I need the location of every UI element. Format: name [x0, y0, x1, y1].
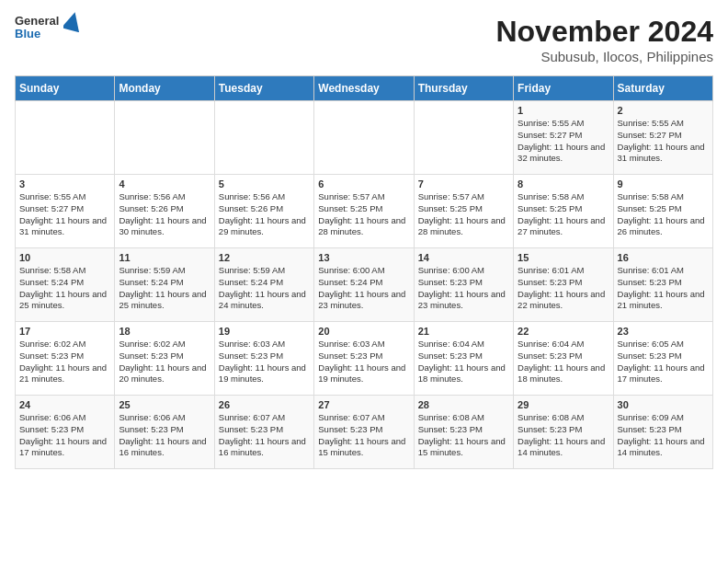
day-info: Sunrise: 5:56 AM Sunset: 5:26 PM Dayligh… — [119, 191, 210, 238]
day-info: Sunrise: 6:04 AM Sunset: 5:23 PM Dayligh… — [418, 339, 509, 385]
logo: General Blue — [15, 15, 82, 41]
calendar-cell: 27Sunrise: 6:07 AM Sunset: 5:23 PM Dayli… — [314, 396, 414, 469]
day-number: 22 — [518, 326, 609, 337]
day-number: 7 — [418, 178, 509, 190]
calendar-cell — [214, 101, 313, 175]
calendar-week-row: 3Sunrise: 5:55 AM Sunset: 5:27 PM Daylig… — [16, 175, 713, 248]
day-number: 2 — [618, 105, 709, 116]
day-number: 26 — [219, 399, 310, 410]
calendar-cell — [16, 101, 115, 175]
day-number: 18 — [119, 326, 210, 337]
calendar-cell: 12Sunrise: 5:59 AM Sunset: 5:24 PM Dayli… — [214, 248, 313, 322]
day-info: Sunrise: 5:59 AM Sunset: 5:24 PM Dayligh… — [219, 265, 310, 312]
calendar-cell: 25Sunrise: 6:06 AM Sunset: 5:23 PM Dayli… — [115, 396, 214, 469]
calendar-table: SundayMondayTuesdayWednesdayThursdayFrid… — [15, 75, 713, 469]
day-info: Sunrise: 6:03 AM Sunset: 5:23 PM Dayligh… — [318, 339, 409, 385]
day-number: 20 — [318, 326, 409, 337]
calendar-cell: 3Sunrise: 5:55 AM Sunset: 5:27 PM Daylig… — [16, 175, 115, 248]
day-info: Sunrise: 5:55 AM Sunset: 5:27 PM Dayligh… — [19, 191, 110, 238]
title-block: November 2024 Subusub, Ilocos, Philippin… — [495, 15, 713, 64]
day-info: Sunrise: 5:55 AM Sunset: 5:27 PM Dayligh… — [618, 118, 709, 165]
day-info: Sunrise: 6:07 AM Sunset: 5:23 PM Dayligh… — [318, 412, 409, 459]
day-header-saturday: Saturday — [613, 76, 712, 101]
day-number: 30 — [618, 399, 709, 410]
calendar-cell — [115, 101, 214, 175]
day-number: 10 — [19, 252, 110, 263]
day-info: Sunrise: 6:06 AM Sunset: 5:23 PM Dayligh… — [19, 412, 110, 459]
calendar-cell: 6Sunrise: 5:57 AM Sunset: 5:25 PM Daylig… — [314, 175, 414, 248]
day-info: Sunrise: 6:08 AM Sunset: 5:23 PM Dayligh… — [518, 412, 609, 459]
calendar-cell: 23Sunrise: 6:05 AM Sunset: 5:23 PM Dayli… — [613, 322, 712, 396]
day-number: 11 — [119, 252, 210, 263]
day-header-tuesday: Tuesday — [214, 76, 313, 101]
calendar-week-row: 24Sunrise: 6:06 AM Sunset: 5:23 PM Dayli… — [16, 396, 713, 469]
calendar-cell: 5Sunrise: 5:56 AM Sunset: 5:26 PM Daylig… — [214, 175, 313, 248]
day-number: 14 — [418, 252, 509, 263]
day-number: 23 — [618, 326, 709, 337]
day-number: 21 — [418, 326, 509, 337]
page-subtitle: Subusub, Ilocos, Philippines — [495, 49, 713, 64]
page-header: General Blue November 2024 Subusub, Iloc… — [15, 15, 713, 64]
logo-icon — [63, 12, 82, 32]
page-title: November 2024 — [495, 15, 713, 49]
day-number: 25 — [119, 399, 210, 410]
day-info: Sunrise: 6:01 AM Sunset: 5:23 PM Dayligh… — [518, 265, 609, 312]
day-info: Sunrise: 5:59 AM Sunset: 5:24 PM Dayligh… — [119, 265, 210, 312]
calendar-cell: 2Sunrise: 5:55 AM Sunset: 5:27 PM Daylig… — [613, 101, 712, 175]
calendar-cell: 24Sunrise: 6:06 AM Sunset: 5:23 PM Dayli… — [16, 396, 115, 469]
day-number: 19 — [219, 326, 310, 337]
day-number: 27 — [318, 399, 409, 410]
day-number: 29 — [518, 399, 609, 410]
calendar-cell: 16Sunrise: 6:01 AM Sunset: 5:23 PM Dayli… — [613, 248, 712, 322]
calendar-cell: 19Sunrise: 6:03 AM Sunset: 5:23 PM Dayli… — [214, 322, 313, 396]
day-info: Sunrise: 6:09 AM Sunset: 5:23 PM Dayligh… — [618, 412, 709, 459]
day-header-monday: Monday — [115, 76, 214, 101]
day-header-wednesday: Wednesday — [314, 76, 414, 101]
calendar-cell: 30Sunrise: 6:09 AM Sunset: 5:23 PM Dayli… — [613, 396, 712, 469]
day-info: Sunrise: 6:05 AM Sunset: 5:23 PM Dayligh… — [618, 339, 709, 385]
day-number: 12 — [219, 252, 310, 263]
day-info: Sunrise: 5:57 AM Sunset: 5:25 PM Dayligh… — [318, 191, 409, 238]
day-number: 9 — [618, 178, 709, 190]
day-info: Sunrise: 5:58 AM Sunset: 5:25 PM Dayligh… — [518, 191, 609, 238]
calendar-cell: 13Sunrise: 6:00 AM Sunset: 5:24 PM Dayli… — [314, 248, 414, 322]
day-number: 17 — [19, 326, 110, 337]
calendar-header-row: SundayMondayTuesdayWednesdayThursdayFrid… — [16, 76, 713, 101]
day-info: Sunrise: 6:06 AM Sunset: 5:23 PM Dayligh… — [119, 412, 210, 459]
day-number: 13 — [318, 252, 409, 263]
day-info: Sunrise: 5:55 AM Sunset: 5:27 PM Dayligh… — [518, 118, 609, 165]
day-number: 24 — [19, 399, 110, 410]
day-info: Sunrise: 6:07 AM Sunset: 5:23 PM Dayligh… — [219, 412, 310, 459]
calendar-cell: 17Sunrise: 6:02 AM Sunset: 5:23 PM Dayli… — [16, 322, 115, 396]
day-info: Sunrise: 5:56 AM Sunset: 5:26 PM Dayligh… — [219, 191, 310, 238]
day-header-friday: Friday — [514, 76, 613, 101]
logo-blue-text: Blue — [15, 28, 59, 40]
day-number: 15 — [518, 252, 609, 263]
day-info: Sunrise: 6:08 AM Sunset: 5:23 PM Dayligh… — [418, 412, 509, 459]
svg-marker-0 — [63, 12, 82, 32]
calendar-cell: 20Sunrise: 6:03 AM Sunset: 5:23 PM Dayli… — [314, 322, 414, 396]
day-info: Sunrise: 6:00 AM Sunset: 5:23 PM Dayligh… — [418, 265, 509, 312]
calendar-cell: 22Sunrise: 6:04 AM Sunset: 5:23 PM Dayli… — [514, 322, 613, 396]
day-number: 1 — [518, 105, 609, 116]
day-number: 8 — [518, 178, 609, 190]
calendar-week-row: 10Sunrise: 5:58 AM Sunset: 5:24 PM Dayli… — [16, 248, 713, 322]
day-number: 16 — [618, 252, 709, 263]
calendar-week-row: 1Sunrise: 5:55 AM Sunset: 5:27 PM Daylig… — [16, 101, 713, 175]
calendar-body: 1Sunrise: 5:55 AM Sunset: 5:27 PM Daylig… — [16, 101, 713, 469]
calendar-cell — [314, 101, 414, 175]
calendar-cell: 26Sunrise: 6:07 AM Sunset: 5:23 PM Dayli… — [214, 396, 313, 469]
calendar-week-row: 17Sunrise: 6:02 AM Sunset: 5:23 PM Dayli… — [16, 322, 713, 396]
logo-general-text: General — [15, 15, 59, 28]
calendar-cell: 1Sunrise: 5:55 AM Sunset: 5:27 PM Daylig… — [514, 101, 613, 175]
day-header-thursday: Thursday — [414, 76, 513, 101]
calendar-cell: 10Sunrise: 5:58 AM Sunset: 5:24 PM Dayli… — [16, 248, 115, 322]
day-info: Sunrise: 6:02 AM Sunset: 5:23 PM Dayligh… — [119, 339, 210, 385]
day-info: Sunrise: 6:02 AM Sunset: 5:23 PM Dayligh… — [19, 339, 110, 385]
day-info: Sunrise: 6:00 AM Sunset: 5:24 PM Dayligh… — [318, 265, 409, 312]
calendar-cell: 15Sunrise: 6:01 AM Sunset: 5:23 PM Dayli… — [514, 248, 613, 322]
calendar-cell: 7Sunrise: 5:57 AM Sunset: 5:25 PM Daylig… — [414, 175, 513, 248]
calendar-cell: 4Sunrise: 5:56 AM Sunset: 5:26 PM Daylig… — [115, 175, 214, 248]
calendar-cell — [414, 101, 513, 175]
day-info: Sunrise: 5:58 AM Sunset: 5:24 PM Dayligh… — [19, 265, 110, 312]
